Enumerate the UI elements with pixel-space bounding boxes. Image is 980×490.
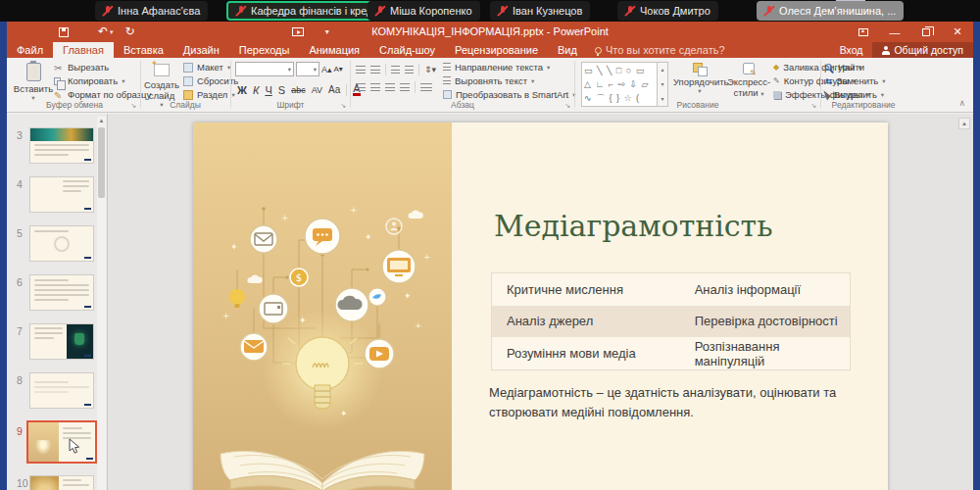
slide-thumbnail[interactable] <box>29 274 94 311</box>
format-painter-button[interactable]: Формат по образцу <box>54 89 151 100</box>
tab-review[interactable]: Рецензирование <box>445 42 548 58</box>
svg-text:+: + <box>281 213 289 222</box>
page-accent <box>86 458 93 461</box>
select-button[interactable]: Выделить▾ <box>825 89 886 100</box>
columns-icon[interactable] <box>420 83 432 92</box>
tab-slideshow[interactable]: Слайд-шоу <box>369 42 445 58</box>
text-shadow-button[interactable]: S <box>278 84 285 96</box>
align-right-icon[interactable] <box>385 83 395 92</box>
slide-thumbnail[interactable] <box>29 176 94 213</box>
tab-animations[interactable]: Анимация <box>299 42 369 58</box>
increase-indent-icon[interactable] <box>405 66 414 74</box>
copy-label: Копировать <box>68 75 118 86</box>
tab-insert[interactable]: Вставка <box>114 42 173 58</box>
slide-thumbnail[interactable] <box>29 323 94 360</box>
tab-transitions[interactable]: Переходы <box>229 42 300 58</box>
slide-canvas[interactable]: ▲ <box>109 114 973 490</box>
group-label: Редактирование <box>823 100 904 110</box>
underline-button[interactable]: Ч <box>265 84 271 96</box>
shrink-font-button[interactable]: А▾ <box>334 65 343 74</box>
dialog-launcher-icon[interactable]: ↘ <box>340 102 346 110</box>
restore-button[interactable] <box>910 22 942 42</box>
layout-icon <box>183 63 193 73</box>
cloud-icon <box>335 288 368 321</box>
cut-button[interactable]: Вырезать <box>54 62 151 73</box>
align-center-icon[interactable] <box>370 83 380 92</box>
participant-pill[interactable]: Інна Афанас'єва <box>95 1 208 21</box>
panel-scrollbar[interactable]: ▲ <box>97 117 106 490</box>
window-title: КОМУНІКАЦІЯ_ІНФОРМАЦІЯ.pptx - PowerPoint <box>7 22 973 42</box>
slide-title[interactable]: Медіаграмотність <box>494 209 773 243</box>
svg-text:+: + <box>415 320 422 330</box>
slide-number: 6 <box>17 276 23 288</box>
line-spacing-icon[interactable]: ⇕▾ <box>424 65 436 74</box>
minimize-button[interactable]: — <box>879 22 910 42</box>
italic-button[interactable]: К <box>253 84 259 96</box>
slide-thumbnail[interactable] <box>29 475 94 490</box>
bold-button[interactable]: Ж <box>237 84 247 96</box>
smartart-button[interactable]: Преобразовать в SmartArt▾ <box>443 89 576 100</box>
separator <box>418 64 419 75</box>
page-accent <box>84 159 91 162</box>
new-slide-label: Создать слайд <box>142 79 181 101</box>
align-text-button[interactable]: Выровнять текст▾ <box>443 75 576 86</box>
find-button[interactable]: Найти <box>825 62 886 73</box>
tab-view[interactable]: Вид <box>548 42 587 58</box>
quick-styles-button[interactable]: Экспресс- стили ▾ <box>726 61 771 98</box>
slide-body-text[interactable]: Медіаграмотність – це здатність аналізув… <box>489 383 867 422</box>
bullets-icon[interactable] <box>356 66 366 74</box>
align-left-icon[interactable] <box>356 83 366 92</box>
group-label: Рисование <box>577 100 818 110</box>
quick-styles-icon <box>743 63 755 74</box>
strikethrough-button[interactable]: abc <box>291 85 306 95</box>
character-spacing-button[interactable]: AV <box>312 85 322 95</box>
slide-thumbnail-selected[interactable] <box>26 420 97 464</box>
table-cell: Розпізнавання маніпуляцій <box>680 339 850 368</box>
grow-font-button[interactable]: А▴ <box>321 65 332 74</box>
dialog-launcher-icon[interactable]: ↘ <box>130 102 136 110</box>
close-button[interactable]: ✕ <box>942 22 973 42</box>
svg-text:+: + <box>222 311 230 320</box>
muted-mic-icon <box>764 5 774 17</box>
scroll-up-icon[interactable]: ▲ <box>97 117 106 125</box>
participant-pill[interactable]: Олеся Дем'янишина, ... <box>757 1 904 21</box>
text-direction-button[interactable]: Направление текста▾ <box>443 62 576 73</box>
arrange-button[interactable]: Упорядочить ▾ <box>673 61 726 95</box>
tab-home[interactable]: Главная <box>53 42 114 58</box>
envelope-orange-icon <box>240 333 268 361</box>
slide-thumbnail[interactable] <box>29 127 94 164</box>
slide-table[interactable]: Критичне мислення Аналіз інформації Анал… <box>491 272 851 370</box>
participant-pill[interactable]: Чоков Дмитро <box>617 1 718 21</box>
participant-pill[interactable]: Міша Коропенко <box>368 1 480 21</box>
share-button[interactable]: Общий доступ <box>872 42 973 58</box>
dialog-launcher-icon[interactable]: ↘ <box>564 102 570 110</box>
tell-me-box[interactable]: Что вы хотите сделать? <box>587 42 725 58</box>
dialog-launcher-icon[interactable]: ↘ <box>810 102 816 110</box>
arrange-label: Упорядочить <box>673 76 726 87</box>
slide-thumbnail[interactable] <box>29 225 94 262</box>
decrease-indent-icon[interactable] <box>391 66 400 74</box>
paste-button[interactable]: Вставить ▾ <box>11 61 56 102</box>
tab-design[interactable]: Дизайн <box>173 42 229 58</box>
canvas-scroll-up-icon[interactable]: ▲ <box>958 118 970 129</box>
numbering-icon[interactable] <box>370 66 380 74</box>
slide-thumbnail[interactable] <box>29 372 94 409</box>
current-slide[interactable]: $ +++ ++✦ ✦✦✦✦ <box>193 122 888 490</box>
change-case-button[interactable]: Aa <box>328 84 340 95</box>
tab-file[interactable]: Файл <box>7 42 53 58</box>
svg-text:✦: ✦ <box>299 316 307 325</box>
copy-button[interactable]: Копировать▾ <box>54 75 151 86</box>
ribbon-display-options-button[interactable] <box>848 22 879 42</box>
sign-in-button[interactable]: Вход <box>830 44 873 56</box>
cursor-arrow-icon <box>823 88 831 100</box>
font-size-select[interactable]: ▾ <box>296 62 319 76</box>
svg-text:+: + <box>350 205 358 215</box>
justify-icon[interactable] <box>400 83 410 92</box>
replace-button[interactable]: Заменить▾ <box>825 75 886 86</box>
collapse-ribbon-icon[interactable]: ∧ <box>958 98 965 108</box>
participant-pill[interactable]: Іван Кузнецов <box>490 1 590 21</box>
scrollbar-thumb[interactable] <box>98 127 105 198</box>
tell-me-label: Что вы хотите сделать? <box>606 44 725 56</box>
layout-label: Макет <box>197 62 223 73</box>
font-name-select[interactable]: ▾ <box>235 62 294 76</box>
